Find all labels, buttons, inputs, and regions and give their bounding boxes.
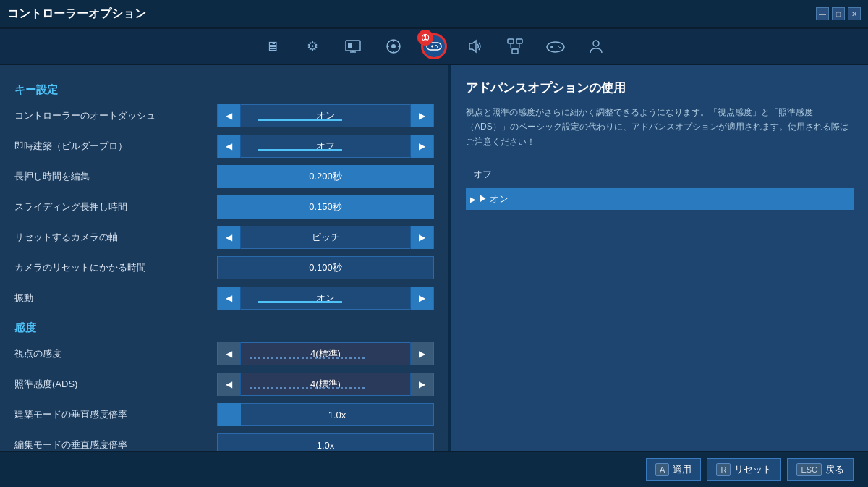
long-press-label: 長押し時間を編集 [14,170,217,183]
ads-sens-value: 4(標準) [241,378,410,391]
edit-vert-sens-control: 1.0x [217,433,434,451]
sliding-control: 0.150秒 [217,195,434,219]
svg-point-28 [593,41,599,46]
ads-sens-left-btn[interactable]: ◀ [218,373,241,396]
nav-display-icon[interactable] [340,33,366,59]
minimize-button[interactable]: — [816,7,829,20]
back-label: 戻る [825,463,844,476]
edit-vert-sens-value: 1.0x [218,440,433,451]
nav-gamepad-icon[interactable] [542,33,569,59]
camera-axis-label: リセットするカメラの軸 [14,231,217,244]
builder-pro-box: ◀ オフ ▶ [217,135,434,158]
sensitivity-title: 感度 [14,321,434,335]
builder-pro-left-btn[interactable]: ◀ [218,135,241,158]
main-content: キー設定 コントローラーのオートダッシュ ◀ オン ▶ 即時建築（ビルダープロ） [0,65,868,451]
nav-tool-icon[interactable] [380,33,407,59]
long-press-control: 0.200秒 [217,165,434,188]
badge-1: ① [417,30,433,46]
builder-pro-value: オフ [241,140,410,153]
autodash-right-btn[interactable]: ▶ [410,104,433,127]
title-bar: コントローラーオプション — □ ✕ [0,0,868,29]
build-vert-sens-value: 1.0x [241,410,433,420]
camera-reset-time-control: 0.100秒 [217,256,434,279]
nav-audio-icon[interactable] [461,33,488,59]
nav-controller-icon[interactable]: ① [421,33,447,59]
left-panel: キー設定 コントローラーのオートダッシュ ◀ オン ▶ 即時建築（ビルダープロ） [0,65,448,451]
ads-sens-right-btn[interactable]: ▶ [410,373,433,396]
nav-monitor-icon[interactable]: 🖥 [259,33,285,59]
option-list: オフ ▶ オン [466,164,854,210]
window-controls: — □ ✕ [816,7,861,20]
vibration-control: ◀ オン ▶ [217,287,434,310]
svg-point-13 [435,45,437,46]
reset-button[interactable]: R リセット [707,458,781,481]
back-button[interactable]: ESC 戻る [787,458,854,481]
svg-point-5 [391,44,396,48]
camera-axis-right-btn[interactable]: ▶ [410,226,433,249]
edit-vert-sens-box: 1.0x [217,433,434,451]
camera-axis-value: ピッチ [241,231,410,244]
view-sens-left-btn[interactable]: ◀ [218,342,241,365]
nav-bar: 🖥 ⚙ ① [0,29,868,65]
builder-pro-label: 即時建築（ビルダープロ） [14,140,217,153]
maximize-button[interactable]: □ [832,7,845,20]
autodash-label: コントローラーのオートダッシュ [14,109,217,122]
sliding-label: スライディング長押し時間 [14,200,217,213]
svg-point-14 [437,46,438,48]
view-sens-value: 4(標準) [241,347,410,360]
vibration-label: 振動 [14,292,217,305]
right-panel: アドバンスオプションの使用 視点と照準の感度がさらに細かく調整できるようになりま… [450,65,868,451]
key-settings-title: キー設定 [14,83,434,97]
window-title: コントローラーオプション [7,7,146,22]
camera-axis-control: ◀ ピッチ ▶ [217,226,434,249]
sliding-value: 0.150秒 [217,195,434,219]
camera-reset-time-label: カメラのリセットにかかる時間 [14,261,217,274]
autodash-box: ◀ オン ▶ [217,104,434,127]
view-sens-control: ◀ 4(標準) ▶ [217,342,434,365]
autodash-value: オン [241,109,410,122]
apply-label: 適用 [673,463,692,476]
apply-button[interactable]: A 適用 [646,458,701,481]
build-vert-sens-box: 1.0x [217,403,434,426]
nav-settings-icon[interactable]: ⚙ [299,33,326,59]
ads-sens-label: 照準感度(ADS) [14,378,217,391]
long-press-value: 0.200秒 [217,165,434,188]
vibration-row: 振動 ◀ オン ▶ [14,285,434,311]
camera-reset-time-value: 0.100秒 [218,261,433,274]
ads-sens-control: ◀ 4(標準) ▶ [217,373,434,396]
edit-vert-sens-row: 編集モードの垂直感度倍率 1.0x [14,432,434,451]
build-vert-sens-row: 建築モードの垂直感度倍率 1.0x [14,402,434,428]
camera-reset-time-row: カメラのリセットにかかる時間 0.100秒 [14,255,434,281]
autodash-left-btn[interactable]: ◀ [218,104,241,127]
builder-pro-control: ◀ オフ ▶ [217,135,434,158]
nav-user-icon[interactable] [583,33,609,59]
builder-pro-right-btn[interactable]: ▶ [410,135,433,158]
vibration-box: ◀ オン ▶ [217,287,434,310]
option-off[interactable]: オフ [466,164,854,185]
vibration-value: オン [241,292,410,305]
svg-rect-16 [508,39,514,43]
ads-sens-row: 照準感度(ADS) ◀ 4(標準) ▶ [14,371,434,397]
close-button[interactable]: ✕ [848,7,861,20]
nav-network-icon[interactable] [502,33,528,59]
long-press-row: 長押し時間を編集 0.200秒 [14,164,434,190]
reset-label: リセット [734,463,772,476]
svg-rect-17 [516,39,522,43]
svg-rect-18 [512,49,518,54]
apply-key: A [655,463,669,476]
view-sens-label: 視点の感度 [14,347,217,360]
vibration-right-btn[interactable]: ▶ [410,287,433,310]
reset-key: R [716,463,731,476]
autodash-row: コントローラーのオートダッシュ ◀ オン ▶ [14,103,434,129]
svg-rect-1 [348,43,352,48]
view-sens-box: ◀ 4(標準) ▶ [217,342,434,365]
view-sens-right-btn[interactable]: ▶ [410,342,433,365]
svg-point-23 [547,42,564,52]
camera-axis-left-btn[interactable]: ◀ [218,226,241,249]
camera-reset-time-box: 0.100秒 [217,256,434,279]
vibration-left-btn[interactable]: ◀ [218,287,241,310]
camera-axis-row: リセットするカメラの軸 ◀ ピッチ ▶ [14,224,434,250]
edit-vert-sens-label: 編集モードの垂直感度倍率 [14,439,217,451]
option-on[interactable]: ▶ オン [466,188,854,210]
right-panel-desc: 視点と照準の感度がさらに細かく調整できるようになります。「視点感度」と「照準感度… [466,105,854,149]
